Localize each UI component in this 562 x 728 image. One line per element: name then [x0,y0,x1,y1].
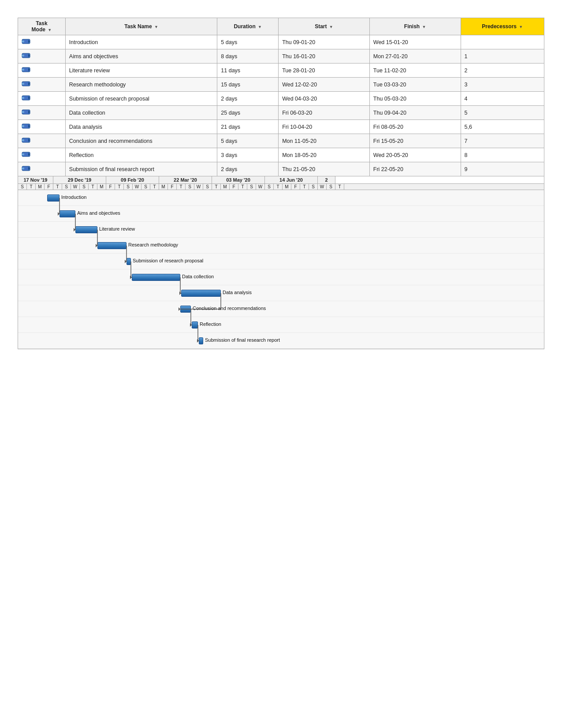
gantt-bar-label-5: Data collection [182,274,214,279]
task-mode-cell [18,49,66,63]
th-predecessors[interactable]: Predecessors ▼ [461,18,544,35]
gantt-bar-row: Submission of research proposal [18,254,544,269]
gantt-bar-label-1: Aims and objectives [77,210,120,216]
task-mode-cell [18,63,66,78]
svg-rect-23 [22,139,24,141]
gantt-bar-row: Submission of final research report [18,333,544,349]
th-start[interactable]: Start ▼ [279,18,370,35]
gantt-period-cell: 03 May '20 [212,176,265,183]
gantt-bar-row: Research methodology [18,238,544,254]
gantt-bar-row: Introduction [18,190,544,206]
th-taskmode[interactable]: TaskMode ▼ [18,18,66,35]
task-mode-icon [22,52,31,61]
task-name-cell: Data collection [65,106,217,120]
th-finish[interactable]: Finish ▼ [369,18,461,35]
task-name-cell: Research methodology [65,78,217,92]
task-duration-cell: 3 days [217,148,279,162]
gantt-day-cell: T [27,184,36,190]
table-row: Introduction5 daysThu 09-01-20Wed 15-01-… [18,35,544,49]
gantt-day-cell: S [186,184,194,190]
gantt-day-cell: W [133,184,141,190]
task-mode-icon [22,108,31,117]
task-start-cell: Thu 09-01-20 [279,35,370,49]
task-mode-cell [18,92,66,106]
svg-rect-26 [22,153,24,155]
task-mode-icon [22,66,31,75]
gantt-bar-row: Data analysis [18,285,544,301]
th-finish-arrow: ▼ [422,25,426,29]
task-finish-cell: Fri 08-05-20 [369,120,461,134]
task-duration-cell: 5 days [217,35,279,49]
svg-rect-2 [22,41,24,42]
task-mode-cell [18,162,66,176]
gantt-period-cell: 09 Feb '20 [106,176,159,183]
gantt-chart-area: IntroductionAims and objectivesLiteratur… [18,190,544,349]
task-pred-cell: 9 [461,162,544,176]
svg-rect-20 [22,125,24,127]
gantt-chart-wrapper: 17 Nov '1929 Dec '1909 Feb '2022 Mar '20… [18,176,544,349]
th-predecessors-label: Predecessors [482,23,517,30]
task-finish-cell: Tue 11-02-20 [369,63,461,78]
task-start-cell: Thu 21-05-20 [279,162,370,176]
task-start-cell: Mon 11-05-20 [279,134,370,148]
gantt-day-cell: W [194,184,203,190]
task-mode-icon [22,164,31,174]
gantt-period-cell: 2 [318,176,335,183]
gantt-bar-label-8: Reflection [200,321,221,327]
th-duration[interactable]: Duration ▼ [217,18,279,35]
gantt-bar-label-0: Introduction [61,194,86,200]
task-name-cell: Submission of research proposal [65,92,217,106]
gantt-day-cell: M [159,184,168,190]
task-start-cell: Mon 18-05-20 [279,148,370,162]
svg-rect-8 [22,69,24,71]
gantt-bar-2 [75,226,97,233]
task-pred-cell: 4 [461,92,544,106]
th-taskname-label: Task Name [124,23,152,30]
main-container: TaskMode ▼ Task Name ▼ Duration ▼ Start … [18,18,544,349]
th-taskname[interactable]: Task Name ▼ [65,18,217,35]
gantt-day-cell: S [141,184,150,190]
task-finish-cell: Thu 09-04-20 [369,106,461,120]
gantt-bar-label-7: Conclusion and recommendations [193,306,266,311]
th-duration-arrow: ▼ [258,25,262,29]
gantt-bar-row: Data collection [18,269,544,285]
task-finish-cell: Wed 20-05-20 [369,148,461,162]
task-pred-cell: 7 [461,134,544,148]
gantt-day-cell: W [318,184,327,190]
task-name-cell: Submission of final research report [65,162,217,176]
gantt-bar-row: Literature review [18,222,544,238]
task-mode-icon [22,122,31,131]
gantt-day-cell: F [291,184,300,190]
gantt-day-cell: W [256,184,265,190]
gantt-bar-label-9: Submission of final research report [205,337,280,343]
task-start-cell: Wed 12-02-20 [279,78,370,92]
task-pred-cell: 2 [461,63,544,78]
task-pred-cell: 1 [461,49,544,63]
task-duration-cell: 15 days [217,78,279,92]
task-mode-icon [22,37,31,47]
task-name-cell: Aims and objectives [65,49,217,63]
th-start-arrow: ▼ [329,25,333,29]
task-start-cell: Tue 28-01-20 [279,63,370,78]
task-mode-icon [22,94,31,103]
gantt-bar-label-3: Research methodology [128,242,178,247]
task-pred-cell: 5 [461,106,544,120]
gantt-day-cell: F [230,184,238,190]
gantt-period-cell: 17 Nov '19 [18,176,53,183]
table-row: Literature review11 daysTue 28-01-20Tue … [18,63,544,78]
gantt-day-cell: T [335,184,344,190]
gantt-day-cell: T [274,184,283,190]
task-finish-cell: Fri 15-05-20 [369,134,461,148]
task-mode-cell [18,148,66,162]
th-taskmode-label: TaskMode [32,20,48,33]
gantt-day-cell: S [80,184,89,190]
th-taskmode-arrow: ▼ [48,28,52,32]
gantt-day-cell: S [124,184,133,190]
table-row: Submission of research proposal2 daysWed… [18,92,544,106]
gantt-day-cell: M [283,184,291,190]
gantt-day-cell: T [150,184,159,190]
task-start-cell: Fri 10-04-20 [279,120,370,134]
task-name-cell: Conclusion and recommendations [65,134,217,148]
task-name-cell: Data analysis [65,120,217,134]
gantt-day-cell: T [177,184,186,190]
